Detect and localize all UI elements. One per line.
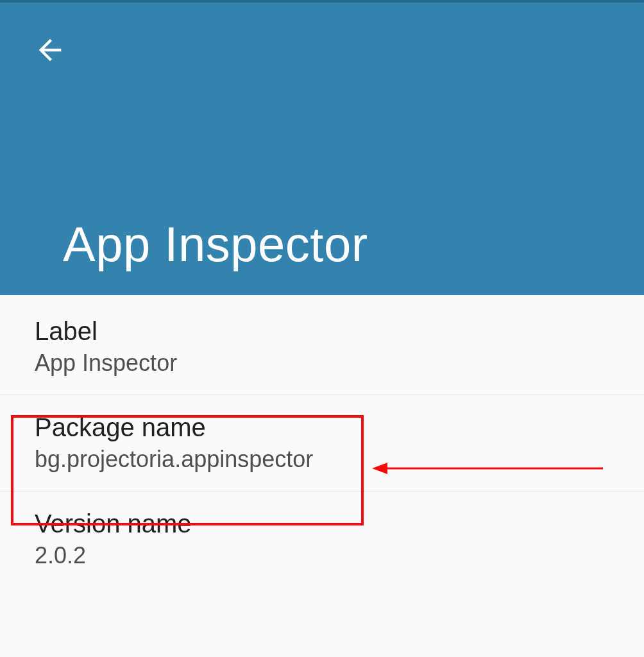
list-item-label[interactable]: Label App Inspector [0, 295, 644, 395]
arrow-back-icon [33, 33, 67, 67]
item-title: Version name [35, 509, 609, 538]
app-bar: App Inspector [0, 3, 644, 295]
details-list: Label App Inspector Package name bg.proj… [0, 295, 644, 587]
item-title: Package name [35, 413, 609, 442]
list-item-package-name[interactable]: Package name bg.projectoria.appinspector [0, 395, 644, 491]
item-value: bg.projectoria.appinspector [35, 446, 609, 473]
list-item-version-name[interactable]: Version name 2.0.2 [0, 491, 644, 587]
item-title: Label [35, 317, 609, 346]
app-title: App Inspector [63, 216, 368, 272]
item-value: 2.0.2 [35, 542, 609, 569]
back-button[interactable] [31, 31, 69, 69]
item-value: App Inspector [35, 350, 609, 377]
